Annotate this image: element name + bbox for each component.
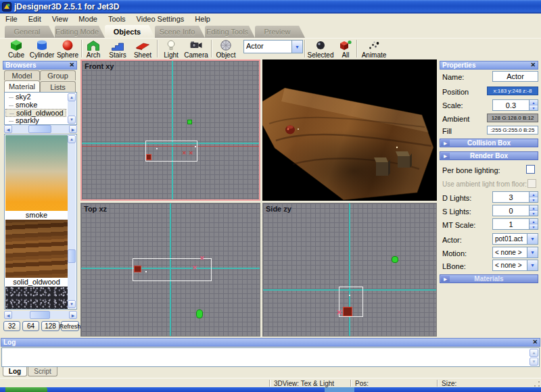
browsers-titlebar[interactable]: Browsers ✕ (3, 61, 77, 70)
spin-down-icon[interactable]: ▼ (530, 211, 538, 216)
browsers-tab-material[interactable]: Material (4, 80, 40, 92)
actor-pot[interactable] (146, 154, 151, 160)
selected-button[interactable]: Selected (306, 39, 335, 59)
chevron-down-icon[interactable]: ▼ (527, 247, 538, 258)
window-titlebar[interactable]: jDesigner3D 2.5.1 for Jet3D (0, 0, 541, 14)
script-tab[interactable]: Script (28, 367, 57, 376)
materials-button[interactable]: ▶ Materials (440, 274, 538, 283)
scroll-left-icon[interactable]: ◀ (4, 311, 12, 319)
scroll-down-icon[interactable]: ▼ (68, 300, 76, 308)
log-tab[interactable]: Log (3, 367, 27, 376)
d-lights-field[interactable]: 3 ▲▼ (492, 191, 538, 203)
scroll-down-icon[interactable]: ▼ (530, 358, 538, 366)
spin-down-icon[interactable]: ▼ (530, 224, 538, 229)
scroll-right-icon[interactable]: ▶ (69, 311, 77, 319)
log-titlebar[interactable]: Log ✕ (1, 338, 540, 347)
object-button[interactable]: Object (213, 39, 239, 59)
menu-tools[interactable]: Tools (103, 14, 131, 24)
actor-pot[interactable] (343, 307, 352, 316)
close-icon[interactable]: ✕ (69, 62, 74, 68)
scrollbar-thumb[interactable] (28, 125, 51, 133)
all-button[interactable]: All (337, 39, 354, 59)
texture-swatch-solid-oldwood[interactable] (5, 220, 68, 278)
viewport-top-xz[interactable]: Top xz ✕ ✕ (80, 203, 260, 337)
mt-scale-field[interactable]: 1 ▲▼ (492, 218, 538, 230)
s-lights-field[interactable]: 0 ▲▼ (492, 205, 538, 216)
camera-button[interactable]: Camera (183, 39, 209, 59)
spin-up-icon[interactable]: ▲ (530, 192, 538, 197)
spin-down-icon[interactable]: ▼ (530, 105, 538, 110)
menu-edit[interactable]: Edit (23, 14, 47, 24)
chevron-down-icon[interactable]: ▼ (291, 41, 302, 53)
size-32-button[interactable]: 32 (3, 321, 20, 331)
render-box-button[interactable]: ▶ Render Box (440, 151, 538, 160)
spin-up-icon[interactable]: ▲ (530, 205, 538, 211)
start-button[interactable] (5, 387, 47, 392)
resize-grip[interactable] (534, 381, 540, 387)
light-button[interactable]: Light (160, 39, 183, 59)
scrollbar-track[interactable] (68, 101, 76, 116)
viewport-front-xy[interactable]: Front xy ✕ ✕ (80, 59, 260, 201)
size-128-button[interactable]: 128 (41, 321, 60, 331)
chevron-down-icon[interactable]: ▼ (527, 234, 538, 244)
scroll-up-icon[interactable]: ▲ (68, 135, 76, 143)
tab-preview[interactable]: Preview (255, 26, 305, 38)
browsers-tab-lists[interactable]: Lists (40, 81, 76, 92)
log-output[interactable]: ▲ ▼ (1, 347, 540, 367)
scale-stepper[interactable]: ▲▼ (529, 100, 538, 110)
cube-button[interactable]: Cube (4, 39, 28, 59)
menu-file[interactable]: File (0, 14, 23, 24)
scroll-up-icon[interactable]: ▲ (530, 349, 538, 357)
close-icon[interactable]: ✕ (532, 339, 538, 345)
scroll-left-icon[interactable]: ◀ (4, 125, 12, 133)
scroll-down-icon[interactable]: ▼ (68, 116, 76, 124)
tree-item-sparkly[interactable]: sparkly (5, 117, 66, 125)
scrollbar-thumb[interactable] (68, 249, 76, 263)
scroll-up-icon[interactable]: ▲ (68, 93, 76, 101)
scroll-right-icon[interactable]: ▶ (69, 125, 77, 133)
stairs-button[interactable]: Stairs (105, 39, 130, 59)
mt-scale-stepper[interactable]: ▲▼ (529, 219, 538, 229)
light-entity[interactable] (196, 310, 203, 318)
arch-button[interactable]: Arch (83, 39, 104, 59)
scale-field[interactable]: 0.3 ▲▼ (492, 99, 538, 111)
spin-down-icon[interactable]: ▼ (530, 197, 538, 202)
browsers-tab-group[interactable]: Group (40, 70, 76, 80)
close-icon[interactable]: ✕ (530, 62, 536, 68)
animate-button[interactable]: Animate (358, 39, 390, 59)
refresh-button[interactable]: Refresh (61, 321, 79, 331)
tab-editing-mode[interactable]: Editing Mode (55, 26, 105, 38)
menu-mode[interactable]: Mode (73, 14, 103, 24)
chevron-down-icon[interactable]: ▼ (527, 260, 538, 270)
lbone-select[interactable]: < none > ▼ (492, 260, 538, 271)
ambient-field[interactable]: 128 G:128.0 B:12 (487, 114, 538, 122)
collision-box-button[interactable]: ▶ Collision Box (440, 139, 538, 147)
fill-field[interactable]: :255 G:255.0 B:25 (487, 126, 538, 134)
texture-swatch-sparkly[interactable] (5, 287, 68, 309)
taskbar-item[interactable] (325, 387, 354, 392)
scrollbar-track[interactable] (68, 143, 76, 300)
light-entity[interactable] (392, 256, 398, 263)
scrollbar-thumb[interactable] (30, 311, 50, 319)
properties-titlebar[interactable]: Properties ✕ (440, 61, 538, 70)
sheet-button[interactable]: Sheet (131, 39, 155, 59)
size-64-button[interactable]: 64 (22, 321, 39, 331)
per-bone-lighting-checkbox[interactable] (526, 165, 535, 174)
cylinder-button[interactable]: Cylinder (28, 39, 55, 59)
texture-h-scrollbar[interactable]: ◀ ▶ (4, 311, 77, 320)
menu-view[interactable]: View (47, 14, 74, 24)
actor-select[interactable]: pot01.act ▼ (492, 233, 538, 245)
browsers-tab-model[interactable]: Model (4, 70, 40, 80)
s-lights-stepper[interactable]: ▲▼ (529, 205, 538, 216)
menu-video-settings[interactable]: Video Settings (131, 14, 190, 24)
light-entity[interactable] (187, 120, 192, 124)
actor-type-select[interactable]: Actor ▼ (243, 40, 303, 53)
viewport-3d[interactable] (262, 59, 437, 201)
actor-pot[interactable] (134, 266, 141, 272)
tab-scene-info[interactable]: Scene Info (155, 26, 205, 38)
menu-help[interactable]: Help (189, 14, 216, 24)
spin-up-icon[interactable]: ▲ (530, 100, 538, 105)
tab-objects[interactable]: Objects (105, 25, 155, 38)
sphere-button[interactable]: Sphere (55, 39, 80, 59)
viewport-side-zy[interactable]: Side zy ✕ (262, 203, 437, 337)
